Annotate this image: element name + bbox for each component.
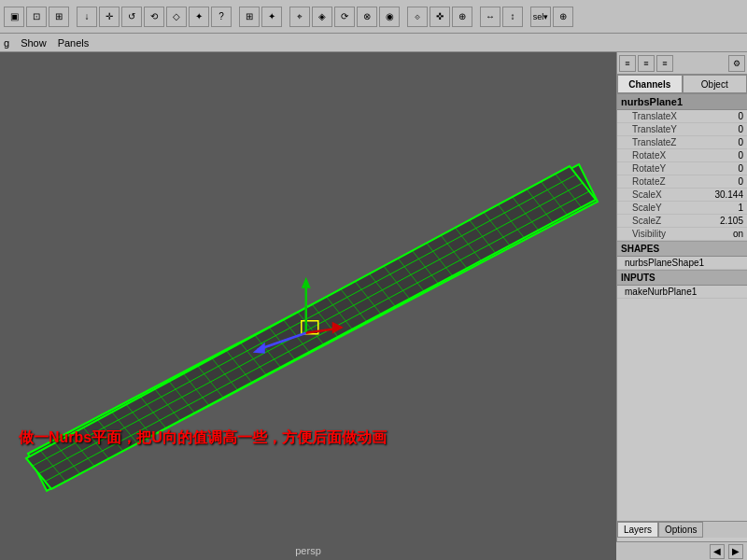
- toolbar-icon-19[interactable]: ✜: [430, 7, 450, 27]
- menu-show[interactable]: Show: [21, 37, 47, 49]
- attr-rotatey[interactable]: RotateY 0: [617, 162, 747, 175]
- layers-options-tabs: Layers Options: [617, 522, 747, 538]
- toolbar-icon-24[interactable]: ⊕: [553, 7, 573, 27]
- toolbar-icon-20[interactable]: ⊕: [452, 7, 472, 27]
- panel-top-icons: ≡ ≡ ≡ ⚙: [617, 52, 747, 75]
- toolbar-icon-1[interactable]: ▣: [4, 7, 24, 27]
- toolbar-icon-21[interactable]: ↔: [480, 7, 500, 27]
- toolbar-icon-5[interactable]: ✛: [99, 7, 120, 27]
- toolbar-icon-18[interactable]: ⟐: [407, 7, 428, 27]
- panel-icon-align-left[interactable]: ≡: [619, 55, 636, 72]
- node-name: nurbsPlane1: [617, 94, 747, 110]
- toolbar-icon-17[interactable]: ◉: [379, 7, 400, 27]
- attr-rotatex[interactable]: RotateX 0: [617, 149, 747, 162]
- viewport[interactable]: 做一Nurbs平面，把U向的值调高一些，方便后面做动画 persp: [0, 52, 616, 560]
- attributes-panel: nurbsPlane1 TranslateX 0 TranslateY 0 Tr…: [617, 94, 747, 521]
- toolbar-icon-12[interactable]: ✦: [261, 7, 282, 27]
- attr-translatez[interactable]: TranslateZ 0: [617, 136, 747, 149]
- tab-channels[interactable]: Channels: [617, 75, 683, 93]
- tab-options[interactable]: Options: [658, 522, 703, 538]
- panel-icon-align-center[interactable]: ≡: [638, 55, 655, 72]
- toolbar-icon-16[interactable]: ⊗: [357, 7, 377, 27]
- persp-label: persp: [295, 545, 321, 556]
- toolbar-icon-15[interactable]: ⟳: [334, 7, 355, 27]
- canvas-area: 做一Nurbs平面，把U向的值调高一些，方便后面做动画 persp: [0, 52, 616, 560]
- toolbar-icon-23[interactable]: sel▾: [530, 7, 551, 27]
- attr-scalex[interactable]: ScaleX 30.144: [617, 189, 747, 202]
- menu-bar: g Show Panels: [0, 34, 747, 52]
- inputs-header: INPUTS: [617, 270, 747, 286]
- annotation-text: 做一Nurbs平面，把U向的值调高一些，方便后面做动画: [19, 428, 387, 448]
- panel-icon-settings[interactable]: ⚙: [728, 55, 745, 72]
- attr-scalez[interactable]: ScaleZ 2.105: [617, 215, 747, 228]
- tab-layers[interactable]: Layers: [617, 522, 658, 538]
- shapes-header: SHAPES: [617, 241, 747, 257]
- nurbs-plane-svg: [0, 52, 616, 560]
- attr-translatey[interactable]: TranslateY 0: [617, 123, 747, 136]
- panel-icon-align-right[interactable]: ≡: [656, 55, 673, 72]
- svg-marker-50: [302, 277, 311, 288]
- attr-rotatez[interactable]: RotateZ 0: [617, 175, 747, 189]
- right-panel: ≡ ≡ ≡ ⚙ Channels Object nurbsPlane1 Tran…: [616, 52, 747, 560]
- layers-options-panel: Layers Options Display Display Render An…: [617, 521, 747, 560]
- main-area: 做一Nurbs平面，把U向的值调高一些，方便后面做动画 persp ≡ ≡ ≡ …: [0, 52, 747, 560]
- bottom-nav-bar: ◀ ▶: [616, 541, 747, 560]
- attr-visibility[interactable]: Visibility on: [617, 228, 747, 241]
- attr-scaley[interactable]: ScaleY 1: [617, 202, 747, 215]
- toolbar-icon-22[interactable]: ↕: [502, 7, 523, 27]
- toolbar-icon-6[interactable]: ↺: [121, 7, 142, 27]
- toolbar-icon-7[interactable]: ⟲: [144, 7, 164, 27]
- toolbar-icon-13[interactable]: ⌖: [289, 7, 310, 27]
- toolbar-icon-11[interactable]: ⊞: [239, 7, 260, 27]
- toolbar-icon-4[interactable]: ↓: [77, 7, 97, 27]
- nav-right-arrow[interactable]: ▶: [728, 544, 743, 559]
- tab-object[interactable]: Object: [683, 75, 748, 93]
- toolbar-icon-14[interactable]: ◈: [312, 7, 332, 27]
- toolbar-icon-10[interactable]: ?: [211, 7, 232, 27]
- toolbar-icon-8[interactable]: ◇: [166, 7, 187, 27]
- channel-object-tabs: Channels Object: [617, 75, 747, 94]
- inputs-item[interactable]: makeNurbPlane1: [617, 286, 747, 299]
- toolbar-icon-2[interactable]: ⊡: [26, 7, 47, 27]
- nav-left-arrow[interactable]: ◀: [710, 544, 725, 559]
- toolbar-icon-3[interactable]: ⊞: [49, 7, 69, 27]
- menu-g[interactable]: g: [4, 37, 9, 49]
- toolbar-icon-9[interactable]: ✦: [189, 7, 209, 27]
- attr-translatex[interactable]: TranslateX 0: [617, 110, 747, 123]
- shapes-item[interactable]: nurbsPlaneShape1: [617, 257, 747, 270]
- menu-panels[interactable]: Panels: [58, 37, 90, 49]
- main-toolbar: ▣ ⊡ ⊞ ↓ ✛ ↺ ⟲ ◇ ✦ ? ⊞ ✦ ⌖ ◈ ⟳ ⊗ ◉ ⟐ ✜ ⊕ …: [0, 0, 747, 34]
